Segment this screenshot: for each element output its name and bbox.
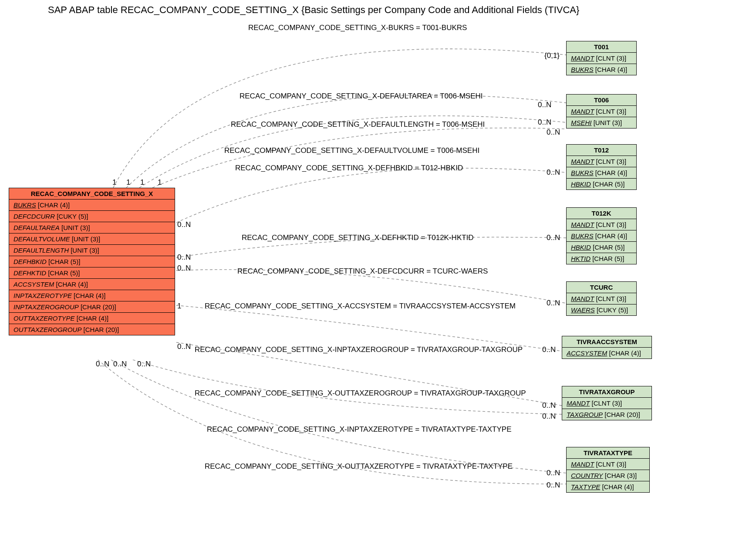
- cardinality: 0..N: [538, 118, 551, 127]
- cardinality: 0..N: [177, 253, 191, 262]
- entity-field: DEFAULTAREA [UNIT (3)]: [9, 222, 175, 233]
- cardinality: 0..N: [113, 360, 127, 369]
- entity-field: OUTTAXZEROGROUP [CHAR (20)]: [9, 324, 175, 335]
- entity-field: BUKRS [CHAR (4)]: [567, 64, 636, 75]
- edge-label: RECAC_COMPANY_CODE_SETTING_X-BUKRS = T00…: [248, 24, 467, 32]
- entity-header: T006: [567, 95, 636, 106]
- entity-field: DEFHBKID [CHAR (5)]: [9, 256, 175, 267]
- entity-field: MANDT [CLNT (3)]: [567, 459, 649, 470]
- cardinality: 1: [112, 178, 116, 187]
- entity-field: DEFCDCURR [CUKY (5)]: [9, 211, 175, 222]
- entity-t012k: T012KMANDT [CLNT (3)]BUKRS [CHAR (4)]HBK…: [566, 207, 637, 264]
- entity-header: TIVRATAXTYPE: [567, 447, 649, 459]
- edge-label: RECAC_COMPANY_CODE_SETTING_X-DEFHKTID = …: [242, 233, 474, 242]
- cardinality: 0..N: [547, 299, 560, 308]
- entity-header: T012: [567, 145, 636, 156]
- entity-main-header: RECAC_COMPANY_CODE_SETTING_X: [9, 188, 175, 200]
- entity-t012: T012MANDT [CLNT (3)]BUKRS [CHAR (4)]HBKI…: [566, 144, 637, 190]
- entity-field: INPTAXZEROTYPE [CHAR (4)]: [9, 290, 175, 301]
- cardinality: 0..N: [137, 360, 151, 369]
- entity-header: TCURC: [567, 282, 636, 293]
- entity-field: MANDT [CLNT (3)]: [567, 293, 636, 304]
- cardinality: 0..N: [177, 220, 191, 229]
- entity-field: BUKRS [CHAR (4)]: [567, 230, 636, 242]
- cardinality: 0..N: [547, 469, 560, 477]
- cardinality: 0..N: [177, 342, 191, 351]
- cardinality: 1: [126, 178, 130, 187]
- entity-tcurc: TCURCMANDT [CLNT (3)]WAERS [CUKY (5)]: [566, 281, 637, 316]
- cardinality: 0..N: [547, 233, 560, 242]
- entity-field: BUKRS [CHAR (4)]: [9, 200, 175, 211]
- entity-field: DEFAULTLENGTH [UNIT (3)]: [9, 245, 175, 256]
- cardinality: 0..N: [177, 264, 191, 273]
- entity-field: TAXTYPE [CHAR (4)]: [567, 481, 649, 492]
- cardinality: 0..N: [96, 360, 109, 369]
- entity-t006: T006MANDT [CLNT (3)]MSEHI [UNIT (3)]: [566, 94, 637, 129]
- edge-label: RECAC_COMPANY_CODE_SETTING_X-DEFCDCURR =…: [237, 267, 488, 276]
- cardinality: 0..N: [547, 168, 560, 177]
- entity-tivraaccsystem: TIVRAACCSYSTEMACCSYSTEM [CHAR (4)]: [562, 336, 652, 359]
- cardinality: 0..N: [547, 481, 560, 490]
- entity-header: TIVRAACCSYSTEM: [562, 336, 651, 348]
- cardinality: 0..N: [538, 101, 551, 109]
- entity-field: MANDT [CLNT (3)]: [567, 219, 636, 230]
- entity-header: TIVRATAXGROUP: [562, 386, 651, 398]
- cardinality: 0..N: [542, 412, 556, 421]
- cardinality: 0..N: [547, 128, 560, 137]
- edge-label: RECAC_COMPANY_CODE_SETTING_X-ACCSYSTEM =…: [205, 302, 516, 311]
- cardinality: 0..N: [542, 401, 556, 410]
- cardinality: 1: [158, 178, 162, 187]
- entity-tivrataxtype: TIVRATAXTYPEMANDT [CLNT (3)]COUNTRY [CHA…: [566, 447, 650, 493]
- edge-label: RECAC_COMPANY_CODE_SETTING_X-DEFAULTVOLU…: [224, 146, 479, 155]
- diagram-canvas: RECAC_COMPANY_CODE_SETTING_X BUKRS [CHAR…: [4, 16, 752, 547]
- entity-main: RECAC_COMPANY_CODE_SETTING_X BUKRS [CHAR…: [9, 188, 175, 335]
- cardinality: 0..N: [542, 345, 556, 354]
- entity-field: MSEHI [UNIT (3)]: [567, 117, 636, 128]
- cardinality: {0,1}: [544, 51, 560, 60]
- entity-field: OUTTAXZEROTYPE [CHAR (4)]: [9, 313, 175, 324]
- edge-label: RECAC_COMPANY_CODE_SETTING_X-OUTTAXZEROT…: [205, 462, 513, 471]
- entity-field: MANDT [CLNT (3)]: [562, 398, 651, 409]
- entity-field: BUKRS [CHAR (4)]: [567, 167, 636, 179]
- page-title: SAP ABAP table RECAC_COMPANY_CODE_SETTIN…: [4, 4, 756, 16]
- entity-field: WAERS [CUKY (5)]: [567, 304, 636, 315]
- edge-label: RECAC_COMPANY_CODE_SETTING_X-OUTTAXZEROG…: [195, 389, 526, 398]
- edge-label: RECAC_COMPANY_CODE_SETTING_X-DEFAULTAREA…: [240, 92, 483, 101]
- entity-field: HKTID [CHAR (5)]: [567, 253, 636, 264]
- entity-header: T012K: [567, 208, 636, 219]
- entity-field: INPTAXZEROGROUP [CHAR (20)]: [9, 301, 175, 313]
- entity-field: MANDT [CLNT (3)]: [567, 156, 636, 167]
- edge-label: RECAC_COMPANY_CODE_SETTING_X-INPTAXZEROT…: [207, 425, 512, 434]
- entity-field: ACCSYSTEM [CHAR (4)]: [9, 279, 175, 290]
- entity-field: COUNTRY [CHAR (3)]: [567, 470, 649, 481]
- entity-field: ACCSYSTEM [CHAR (4)]: [562, 348, 651, 359]
- entity-t001: T001MANDT [CLNT (3)]BUKRS [CHAR (4)]: [566, 41, 637, 75]
- entity-field: DEFHKTID [CHAR (5)]: [9, 267, 175, 279]
- entity-field: TAXGROUP [CHAR (20)]: [562, 409, 651, 420]
- entity-field: DEFAULTVOLUME [UNIT (3)]: [9, 233, 175, 245]
- entity-tivrataxgroup: TIVRATAXGROUPMANDT [CLNT (3)]TAXGROUP [C…: [562, 386, 652, 420]
- entity-field: HBKID [CHAR (5)]: [567, 179, 636, 189]
- cardinality: 1: [177, 302, 181, 311]
- entity-field: MANDT [CLNT (3)]: [567, 106, 636, 117]
- edge-label: RECAC_COMPANY_CODE_SETTING_X-INPTAXZEROG…: [195, 345, 523, 354]
- entity-field: MANDT [CLNT (3)]: [567, 53, 636, 64]
- edge-label: RECAC_COMPANY_CODE_SETTING_X-DEFHBKID = …: [235, 164, 463, 173]
- entity-field: HBKID [CHAR (5)]: [567, 242, 636, 253]
- cardinality: 1: [140, 178, 144, 187]
- edge-label: RECAC_COMPANY_CODE_SETTING_X-DEFAULTLENG…: [231, 120, 485, 129]
- entity-header: T001: [567, 41, 636, 53]
